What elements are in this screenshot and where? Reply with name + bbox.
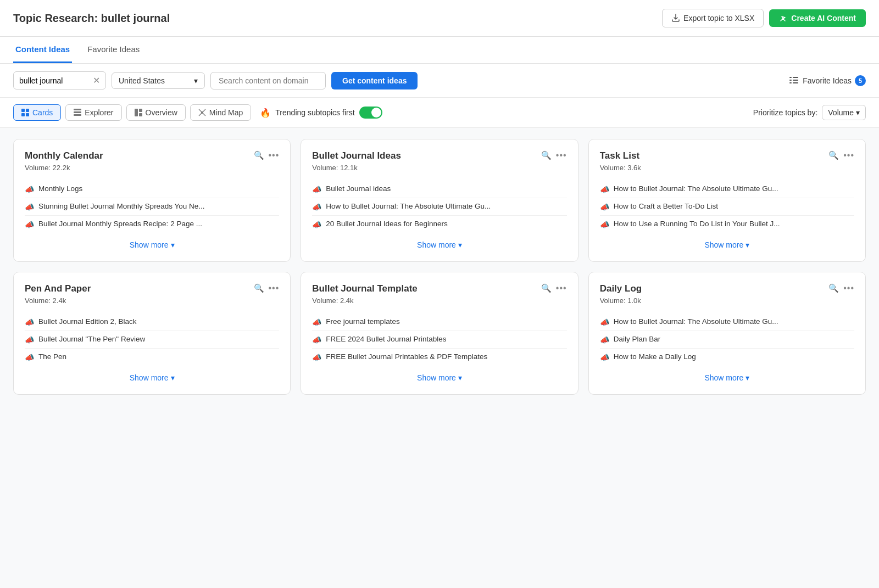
- more-options-icon[interactable]: •••: [843, 283, 854, 293]
- card-volume: Volume: 2.4k: [25, 296, 279, 305]
- more-options-icon[interactable]: •••: [556, 150, 567, 160]
- chevron-down-icon: ▾: [458, 240, 462, 249]
- card-header: Bullet Journal Template 🔍 •••: [312, 283, 566, 294]
- megaphone-icon: 📣: [600, 318, 609, 327]
- view-mindmap-button[interactable]: Mind Map: [190, 104, 251, 121]
- megaphone-icon: 📣: [312, 185, 321, 194]
- search-icon[interactable]: 🔍: [254, 150, 264, 160]
- svg-rect-1: [793, 77, 798, 78]
- tab-favorite-ideas[interactable]: Favorite Ideas: [85, 37, 142, 63]
- explorer-icon: [74, 109, 81, 116]
- chevron-down-icon: ▾: [458, 373, 462, 382]
- card-volume: Volume: 22.2k: [25, 164, 279, 172]
- show-more-button[interactable]: Show more ▾: [600, 366, 854, 383]
- create-ai-content-button[interactable]: Create AI Content: [769, 9, 866, 27]
- card-item-text: 20 Bullet Journal Ideas for Beginners: [326, 220, 447, 228]
- clear-keyword-button[interactable]: ✕: [93, 75, 100, 86]
- card-header: Daily Log 🔍 •••: [600, 283, 854, 294]
- card-actions: 🔍 •••: [254, 150, 280, 160]
- card-bullet-journal-template: Bullet Journal Template 🔍 ••• Volume: 2.…: [301, 272, 578, 395]
- country-selector[interactable]: United States ▾: [112, 72, 205, 89]
- view-overview-button[interactable]: Overview: [126, 104, 186, 121]
- more-options-icon[interactable]: •••: [843, 150, 854, 160]
- card-item-text: Bullet Journal "The Pen" Review: [38, 335, 145, 343]
- card-item-text: Daily Plan Bar: [614, 335, 661, 343]
- search-icon[interactable]: 🔍: [541, 150, 552, 160]
- card-item-text: How to Bullet Journal: The Absolute Ulti…: [614, 184, 778, 193]
- card-item: 📣 Stunning Bullet Journal Monthly Spread…: [25, 198, 279, 215]
- card-item: 📣 How to Make a Daily Log: [600, 348, 854, 366]
- svg-line-20: [202, 113, 205, 116]
- view-explorer-button[interactable]: Explorer: [65, 104, 121, 121]
- svg-rect-14: [139, 109, 142, 112]
- megaphone-icon: 📣: [25, 353, 34, 362]
- card-item-text: How to Bullet Journal: The Absolute Ulti…: [614, 317, 778, 326]
- card-actions: 🔍 •••: [254, 283, 280, 293]
- card-item: 📣 Monthly Logs: [25, 181, 279, 198]
- get-content-ideas-button[interactable]: Get content ideas: [331, 72, 418, 89]
- show-more-button[interactable]: Show more ▾: [312, 366, 566, 383]
- prioritize-selector[interactable]: Volume ▾: [822, 105, 866, 120]
- search-icon[interactable]: 🔍: [254, 283, 264, 293]
- card-bullet-journal-ideas: Bullet Journal Ideas 🔍 ••• Volume: 12.1k…: [301, 139, 578, 262]
- svg-line-18: [202, 109, 205, 113]
- svg-line-17: [199, 109, 202, 113]
- megaphone-icon: 📣: [600, 335, 609, 344]
- more-options-icon[interactable]: •••: [269, 150, 280, 160]
- card-item: 📣 Bullet Journal Edition 2, Black: [25, 313, 279, 331]
- card-item: 📣 Daily Plan Bar: [600, 331, 854, 348]
- card-item: 📣 Free journal templates: [312, 313, 566, 331]
- card-actions: 🔍 •••: [828, 283, 854, 293]
- card-daily-log: Daily Log 🔍 ••• Volume: 1.0k 📣 How to Bu…: [588, 272, 866, 395]
- view-cards-button[interactable]: Cards: [13, 104, 61, 121]
- card-items: 📣 Free journal templates 📣 FREE 2024 Bul…: [312, 313, 566, 366]
- favorites-link[interactable]: Favorite Ideas 5: [789, 75, 866, 86]
- show-more-button[interactable]: Show more ▾: [312, 233, 566, 250]
- export-button[interactable]: Export topic to XLSX: [662, 9, 764, 27]
- show-more-button[interactable]: Show more ▾: [600, 233, 854, 250]
- card-item-text: How to Craft a Better To-Do List: [614, 202, 718, 210]
- card-header: Task List 🔍 •••: [600, 150, 854, 161]
- card-title: Daily Log: [600, 283, 642, 294]
- svg-rect-2: [789, 80, 792, 81]
- card-item: 📣 How to Use a Running To Do List in You…: [600, 215, 854, 233]
- svg-line-19: [199, 113, 202, 116]
- card-title: Monthly Calendar: [25, 150, 103, 161]
- show-more-button[interactable]: Show more ▾: [25, 233, 279, 250]
- card-header: Pen And Paper 🔍 •••: [25, 283, 279, 294]
- ai-icon: [779, 14, 788, 23]
- card-pen-and-paper: Pen And Paper 🔍 ••• Volume: 2.4k 📣 Bulle…: [13, 272, 291, 395]
- keyword-input[interactable]: [19, 76, 91, 85]
- chevron-down-icon: ▾: [746, 373, 749, 382]
- card-title: Pen And Paper: [25, 283, 91, 294]
- fire-icon: 🔥: [260, 108, 271, 118]
- megaphone-icon: 📣: [312, 335, 321, 344]
- more-options-icon[interactable]: •••: [269, 283, 280, 293]
- cards-grid: Monthly Calendar 🔍 ••• Volume: 22.2k 📣 M…: [0, 128, 879, 406]
- show-more-button[interactable]: Show more ▾: [25, 366, 279, 383]
- page-title: Topic Research: bullet journal: [13, 12, 170, 25]
- svg-rect-5: [793, 82, 798, 83]
- card-item-text: Stunning Bullet Journal Monthly Spreads …: [38, 202, 204, 210]
- trending-toggle[interactable]: [359, 107, 382, 119]
- list-icon: [789, 76, 799, 85]
- card-item-text: FREE Bullet Journal Printables & PDF Tem…: [326, 352, 487, 361]
- card-item-text: Monthly Logs: [38, 184, 82, 193]
- megaphone-icon: 📣: [600, 203, 609, 211]
- card-actions: 🔍 •••: [541, 150, 567, 160]
- card-item-text: How to Bullet Journal: The Absolute Ulti…: [326, 202, 491, 210]
- megaphone-icon: 📣: [25, 185, 34, 194]
- cards-icon: [21, 109, 29, 116]
- tab-content-ideas[interactable]: Content Ideas: [13, 37, 72, 63]
- card-item-text: The Pen: [38, 352, 66, 361]
- svg-rect-15: [139, 113, 142, 116]
- card-header: Monthly Calendar 🔍 •••: [25, 150, 279, 161]
- search-icon[interactable]: 🔍: [541, 283, 552, 293]
- card-monthly-calendar: Monthly Calendar 🔍 ••• Volume: 22.2k 📣 M…: [13, 139, 291, 262]
- domain-search-input[interactable]: [210, 72, 326, 89]
- search-icon[interactable]: 🔍: [828, 283, 839, 293]
- card-volume: Volume: 3.6k: [600, 164, 854, 172]
- search-icon[interactable]: 🔍: [828, 150, 839, 160]
- more-options-icon[interactable]: •••: [556, 283, 567, 293]
- card-volume: Volume: 2.4k: [312, 296, 566, 305]
